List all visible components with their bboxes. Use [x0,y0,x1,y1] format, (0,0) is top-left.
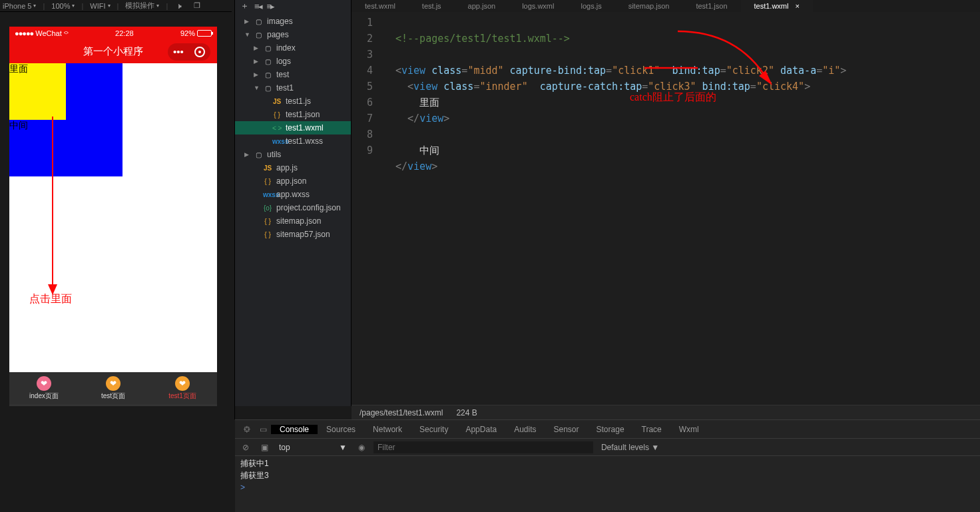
file-explorer: ＋ ≡◂ ≡▸ ▶▢images▼▢pages▶▢index▶▢logs▶▢te… [235,0,352,406]
tree-item-sitemap.json[interactable]: { }sitemap.json [235,214,351,228]
live-expr-icon[interactable]: ◉ [355,443,368,452]
editor-tab-logs.wxml[interactable]: logs.wxml [509,0,567,12]
tree-item-index[interactable]: ▶▢index [235,41,351,55]
wxss-icon: wxss [263,191,272,198]
devtools-tab-security[interactable]: Security [411,425,457,434]
sim-nav-bar: 第一个小程序 ••• [9,40,217,63]
json-icon: { } [272,111,282,119]
tree-item-pages[interactable]: ▼▢pages [235,28,351,41]
mute-icon[interactable]: 🕨 [174,1,185,11]
json-icon: { } [263,218,272,225]
mid-label: 中间 [9,120,28,132]
folder-icon: ▢ [254,18,263,25]
editor-tabs: test.wxmltest.jsapp.jsonlogs.wxmllogs.js… [352,0,980,12]
simulator-frame: ●●●●● WeChat ⌔ 22:28 92% 第一个小程序 ••• 里面 中… [9,27,217,406]
line-gutter: 123456789 [352,15,385,158]
file-size: 224 B [456,408,477,417]
tree-item-test1.wxml[interactable]: < >test1.wxml [235,121,351,134]
js-icon: JS [272,98,282,105]
folder-icon: ▢ [263,45,272,52]
console-row: 捕获中1 [240,457,975,469]
clear-console-icon[interactable]: ⊘ [239,443,252,452]
device-icon[interactable]: ▭ [255,425,271,434]
tree-item-test1.js[interactable]: JStest1.js [235,95,351,108]
tree-item-test[interactable]: ▶▢test [235,68,351,81]
json-icon: { } [263,231,272,238]
carrier-label: WeChat [35,29,62,37]
tree-item-app.json[interactable]: { }app.json [235,174,351,188]
devtools-tab-sensor[interactable]: Sensor [545,425,588,434]
tab-test1页面[interactable]: ❤test1页面 [148,372,217,404]
tab-index页面[interactable]: ❤index页面 [9,372,79,404]
device-selector[interactable]: iPhone 5▾ [3,2,36,10]
folder-icon: ▢ [254,151,263,158]
battery-percent: 92% [180,29,195,37]
click-annotation: 点击里面 [29,292,72,306]
console-output: 捕获中1 捕获里3 > [235,456,980,495]
devtools-tabs: ⯐ ▭ ConsoleSourcesNetworkSecurityAppData… [235,420,980,439]
devtools-tab-trace[interactable]: Trace [633,425,670,434]
tree-item-app.js[interactable]: JSapp.js [235,161,351,174]
detach-icon[interactable]: ❐ [192,1,202,11]
devtools-panel: ⯐ ▭ ConsoleSourcesNetworkSecurityAppData… [235,419,980,512]
sim-body: 里面 中间 点击里面 [9,63,217,372]
sim-action-selector[interactable]: 模拟操作▾ [125,1,159,11]
inspect-icon[interactable]: ⯐ [239,425,255,434]
devtools-tab-console[interactable]: Console [271,425,318,434]
console-prompt[interactable]: > [240,481,975,493]
devtools-tab-network[interactable]: Network [364,425,411,434]
editor-tab-sitemap.json[interactable]: sitemap.json [615,0,683,12]
clock: 22:28 [115,29,134,37]
folder-icon: ▢ [263,85,272,92]
tree-item-utils[interactable]: ▶▢utils [235,148,351,161]
devtools-tab-appdata[interactable]: AppData [457,425,505,434]
editor-tab-test1.wxml[interactable]: test1.wxml× [741,0,813,12]
tree-item-test1[interactable]: ▼▢test1 [235,81,351,95]
capsule-close-icon[interactable] [189,43,210,61]
zoom-selector[interactable]: 100%▾ [51,2,75,10]
console-filter-input[interactable] [373,441,593,453]
network-selector[interactable]: WIFI▾ [90,2,110,10]
tree-item-project.config.json[interactable]: {o}project.config.json [235,201,351,214]
view-innder[interactable]: 里面 [9,63,66,120]
tree-item-logs[interactable]: ▶▢logs [235,55,351,68]
tab-test页面[interactable]: ❤test页面 [79,372,148,404]
new-file-icon[interactable]: ＋ [240,0,249,12]
tree-item-test1.json[interactable]: { }test1.json [235,108,351,121]
tree-item-images[interactable]: ▶▢images [235,15,351,28]
js-icon: JS [263,164,272,172]
editor-tab-test.js[interactable]: test.js [409,0,455,12]
sim-status-bar: ●●●●● WeChat ⌔ 22:28 92% [9,27,217,40]
json-icon: { } [263,178,272,185]
close-icon[interactable]: × [795,2,799,10]
battery-icon [197,30,212,37]
indent-icon[interactable]: ≡▸ [267,1,274,11]
outdent-icon[interactable]: ≡◂ [254,1,262,11]
devtools-tab-wxml[interactable]: Wxml [670,425,708,434]
console-toolbar: ⊘ ▣ top ▼ ◉ Default levels ▼ [235,439,980,456]
editor-tab-test1.json[interactable]: test1.json [682,0,740,12]
context-selector[interactable]: top ▼ [276,443,350,452]
arrow-annotation-icon [46,117,59,296]
editor-status-bar: /pages/test1/test1.wxml 224 B [352,405,980,419]
devtools-tab-sources[interactable]: Sources [318,425,364,434]
devtools-tab-storage[interactable]: Storage [588,425,633,434]
wifi-icon: ⌔ [64,29,69,37]
tree-item-app.wxss[interactable]: wxssapp.wxss [235,188,351,201]
tree-item-sitemap57.json[interactable]: { }sitemap57.json [235,228,351,241]
code-annotation: catch阻止了后面的 [630,91,716,105]
file-path: /pages/test1/test1.wxml [360,408,443,417]
signal-icon: ●●●●● [15,29,33,37]
capsule-menu-icon[interactable]: ••• [168,43,189,61]
tree-item-test1.wxss[interactable]: wxsstest1.wxss [235,134,351,148]
editor-tab-app.json[interactable]: app.json [455,0,509,12]
toggle-drawer-icon[interactable]: ▣ [258,443,271,452]
log-levels-selector[interactable]: Default levels ▼ [601,443,659,452]
editor-tab-test.wxml[interactable]: test.wxml [352,0,409,12]
editor-tab-logs.js[interactable]: logs.js [567,0,614,12]
wxml-icon: < > [272,125,282,132]
sim-tabbar: ❤index页面❤test页面❤test1页面 [9,372,217,404]
devtools-tab-audits[interactable]: Audits [505,425,545,434]
code-editor[interactable]: 123456789 <!--pages/test1/test1.wxml--> … [352,12,980,405]
view-midd[interactable]: 里面 中间 [9,63,122,176]
